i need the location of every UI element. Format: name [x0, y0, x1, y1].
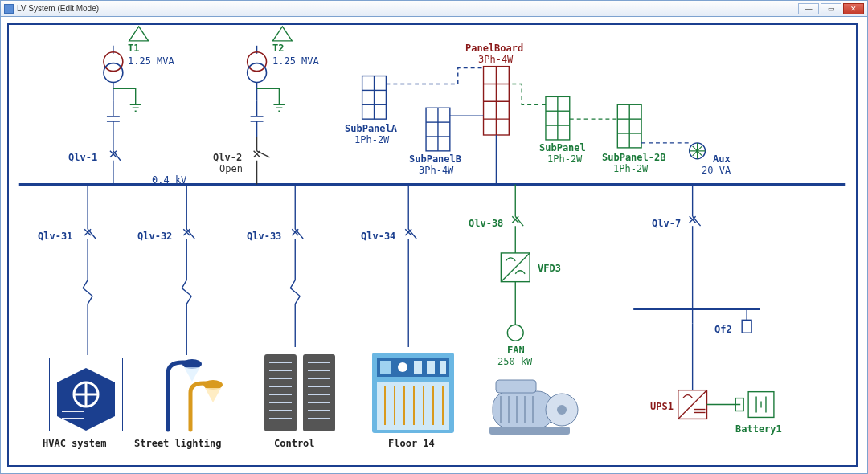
qlv7-label[interactable]: Qlv-7 [652, 218, 681, 229]
motor-icon[interactable] [485, 372, 581, 444]
svg-point-3 [104, 52, 123, 72]
floor-panel-icon[interactable] [369, 349, 457, 436]
subpanelA-name[interactable]: SubPanelA [345, 123, 397, 134]
svg-point-62 [507, 325, 523, 341]
subpanel-b [426, 108, 483, 151]
t1-id[interactable]: T1 [128, 43, 139, 54]
svg-line-60 [501, 253, 530, 282]
svg-rect-68 [742, 320, 751, 333]
feeder-qlv32 [182, 185, 194, 355]
transformer-t1 [104, 27, 149, 185]
maximize-button[interactable]: ▭ [821, 3, 841, 14]
servers-icon[interactable] [260, 349, 340, 436]
fan-label[interactable]: FAN [507, 345, 525, 356]
subpanel-name[interactable]: SubPanel [539, 142, 586, 153]
svg-line-72 [678, 390, 707, 419]
subpanelB-type: 3Ph-4W [419, 165, 453, 176]
control-caption: Control [274, 438, 315, 449]
qlv34-label[interactable]: Qlv-34 [361, 231, 395, 242]
panelboard [484, 67, 510, 185]
svg-point-12 [248, 63, 267, 83]
qlv31-label[interactable]: Qlv-31 [38, 231, 72, 242]
battery-label[interactable]: Battery1 [735, 423, 782, 435]
feeder-qlv33 [290, 185, 303, 348]
window-title: LV System (Edit Mode) [17, 4, 99, 13]
subpanelB-name[interactable]: SubPanelB [409, 153, 461, 165]
svg-rect-112 [427, 361, 435, 374]
bus-voltage: 0.4 kV [152, 174, 186, 186]
title-bar: LV System (Edit Mode) — ▭ ✕ [1, 1, 867, 17]
aux-rating: 20 VA [702, 165, 731, 176]
app-window: LV System (Edit Mode) — ▭ ✕ [0, 0, 868, 474]
feeder-qlv34 [405, 185, 416, 348]
panelboard-type: 3Ph-4W [478, 54, 513, 65]
hvac-icon[interactable] [49, 358, 123, 431]
qlv2-state: Open [219, 163, 243, 174]
panelboard-name[interactable]: PanelBoard [465, 43, 523, 54]
hvac-caption: HVAC system [43, 438, 106, 449]
t1-rating: 1.25 MVA [128, 55, 174, 67]
subpanel-a [362, 68, 484, 120]
subpanel-1 [509, 84, 569, 139]
subpanel-2b [570, 104, 690, 148]
qlv38-label[interactable]: Qlv-38 [469, 218, 503, 229]
svg-marker-9 [272, 27, 292, 41]
feeder-qlv38 [501, 185, 530, 341]
svg-point-125 [557, 405, 567, 415]
svg-point-110 [398, 362, 407, 372]
svg-rect-89 [264, 354, 297, 431]
qlv33-label[interactable]: Qlv-33 [247, 231, 281, 242]
svg-rect-111 [414, 361, 422, 374]
svg-rect-109 [380, 361, 391, 374]
subpanelA-type: 1Ph-2W [354, 134, 389, 145]
fan-rating: 250 kW [497, 356, 532, 367]
streetlights-icon[interactable] [150, 349, 239, 436]
subpanel2b-name[interactable]: SubPanel-2B [602, 152, 665, 163]
close-button[interactable]: ✕ [843, 3, 864, 14]
qlv2-label[interactable]: Qlv-2 [213, 152, 242, 163]
floor14-caption: Floor 14 [388, 438, 435, 449]
aux-name[interactable]: Aux [713, 153, 731, 165]
qlv32-label[interactable]: Qlv-32 [137, 231, 172, 242]
transformer-t2 [248, 27, 293, 185]
diagram-canvas[interactable]: T1 1.25 MVA Qlv-1 T2 1.25 MVA Qlv-2 Open… [7, 23, 858, 467]
lighting-caption: Street lighting [134, 438, 221, 449]
svg-rect-123 [496, 380, 536, 393]
subpanel-type: 1Ph-2W [547, 153, 582, 165]
feeder-qlv31 [83, 185, 96, 355]
aux-load [690, 143, 706, 159]
svg-point-11 [248, 52, 267, 72]
qlv1-label[interactable]: Qlv-1 [68, 152, 97, 163]
minimize-button[interactable]: — [798, 3, 819, 14]
vfd3-label[interactable]: VFD3 [538, 263, 561, 274]
svg-rect-122 [493, 391, 554, 428]
t2-id[interactable]: T2 [272, 43, 284, 54]
svg-rect-90 [303, 354, 335, 431]
app-icon [4, 4, 14, 14]
ups1-label[interactable]: UPS1 [650, 401, 674, 412]
svg-marker-1 [129, 27, 149, 41]
svg-rect-126 [489, 427, 570, 435]
qf2-label[interactable]: Qf2 [714, 324, 732, 335]
subpanel2b-type: 1Ph-2W [613, 163, 648, 174]
t2-rating: 1.25 MVA [272, 55, 319, 67]
svg-rect-113 [440, 361, 446, 374]
svg-point-4 [104, 63, 123, 83]
